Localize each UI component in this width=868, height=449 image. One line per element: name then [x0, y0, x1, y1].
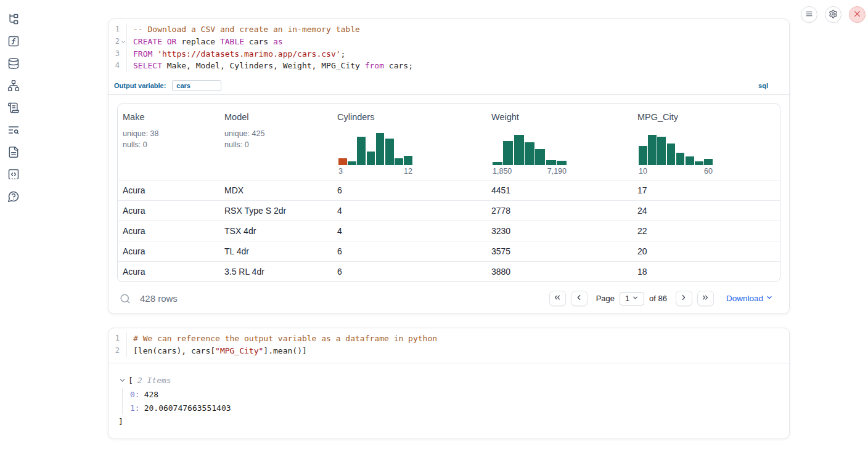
download-label: Download — [726, 294, 763, 303]
table-cell: 18 — [633, 267, 780, 277]
help-panel-button[interactable] — [7, 191, 20, 203]
page-select[interactable]: 1 — [620, 292, 644, 305]
chevron-down-icon — [632, 294, 639, 303]
page-select-value: 1 — [625, 294, 629, 303]
chevron-left-icon — [575, 293, 583, 304]
page-total: of 86 — [649, 294, 667, 303]
output-variable-input[interactable] — [172, 80, 221, 91]
code-text: FROM 'https://datasets.marimo.app/cars.c… — [127, 48, 345, 60]
chevron-right-icon — [679, 293, 688, 304]
items-count-label: 2 Items — [137, 376, 171, 385]
tree-entry-key: 1: — [130, 403, 140, 413]
collapse-chevron-icon[interactable] — [118, 376, 126, 384]
histogram-bar — [667, 144, 676, 165]
column-header-mpg_city[interactable]: MPG_City1060 — [633, 104, 780, 180]
line-number: 1 — [108, 23, 127, 36]
table-cell: 6 — [332, 267, 486, 277]
file-text-panel-button[interactable] — [7, 147, 20, 159]
column-header-model[interactable]: Modelunique: 425nulls: 0 — [219, 104, 332, 180]
table-cell: RSX Type S 2dr — [219, 206, 332, 216]
next-page-button[interactable] — [676, 291, 692, 306]
database-panel-button[interactable] — [7, 58, 20, 70]
column-header-cylinders[interactable]: Cylinders312 — [332, 104, 486, 180]
table-cell: TSX 4dr — [219, 226, 332, 236]
column-title: Weight — [491, 112, 628, 122]
table-footer: 428 rows Page 1 of 86 Download — [117, 289, 780, 306]
scroll-text-panel-button[interactable] — [7, 102, 20, 115]
tree-entry-value: 428 — [144, 390, 158, 399]
sql-output-area: Makeunique: 38nulls: 0Modelunique: 425nu… — [108, 95, 789, 314]
table-cell: Acura — [118, 206, 219, 216]
sql-code-editor[interactable]: 1-- Download a CSV and create an in-memo… — [108, 19, 789, 78]
table-cell: 24 — [633, 206, 780, 216]
line-number: 3 — [108, 48, 127, 60]
search-icon — [120, 297, 131, 306]
histogram-bar — [367, 152, 375, 165]
table-cell: Acura — [118, 267, 219, 277]
column-title: Make — [123, 112, 215, 122]
histogram-bar — [385, 139, 394, 165]
histogram-bar — [376, 133, 385, 165]
table-cell: MDX — [219, 185, 332, 195]
close-button[interactable] — [849, 6, 866, 23]
code-line: 3FROM 'https://datasets.marimo.app/cars.… — [108, 48, 789, 60]
prev-page-button[interactable] — [571, 291, 588, 306]
network-panel-button[interactable] — [7, 80, 20, 92]
output-tree: [ 2 Items 0:4281:20.060747663551403 ] — [108, 363, 789, 436]
line-number: 2 — [108, 345, 127, 357]
tree-entries: 0:4281:20.060747663551403 — [122, 388, 779, 415]
code-line: 2CREATE OR replace TABLE cars as — [108, 36, 789, 48]
column-header-weight[interactable]: Weight1,8507,190 — [486, 104, 633, 180]
function-square-panel-button[interactable] — [7, 36, 20, 48]
table-body: AcuraMDX6445117AcuraRSX Type S 2dr427782… — [118, 180, 780, 281]
first-page-button[interactable] — [549, 291, 566, 306]
settings-icon — [829, 9, 838, 20]
histogram-bar — [686, 156, 694, 165]
tree-entry-key: 0: — [130, 390, 140, 399]
settings-button[interactable] — [825, 6, 841, 23]
code-line: 2[len(cars), cars["MPG_City"].mean()] — [108, 345, 789, 357]
language-badge[interactable]: sql — [758, 82, 768, 89]
page-label: Page — [596, 294, 615, 303]
last-page-button[interactable] — [697, 291, 714, 306]
table-cell: Acura — [118, 226, 219, 236]
python-cell: 1# We can reference the output variable … — [108, 328, 790, 439]
table-cell: Acura — [118, 185, 219, 195]
chevron-down-icon — [766, 294, 773, 303]
help-icon — [7, 190, 20, 204]
code-line: 4SELECT Make, Model, Cylinders, Weight, … — [108, 60, 789, 72]
table-cell: 4 — [332, 206, 486, 216]
tree-entry: 1:20.060747663551403 — [130, 402, 779, 415]
line-number: 4 — [108, 60, 127, 72]
text-search-panel-button[interactable] — [7, 124, 20, 137]
histogram-bar — [648, 135, 657, 165]
menu-button[interactable] — [801, 6, 817, 23]
table-cell: 17 — [633, 185, 780, 195]
histogram-bar — [348, 161, 356, 165]
histogram-axis: 1060 — [639, 167, 713, 176]
column-header-make[interactable]: Makeunique: 38nulls: 0 — [118, 104, 219, 180]
code-text: # We can reference the output variable a… — [127, 333, 437, 345]
output-variable-label: Output variable: — [114, 82, 166, 89]
column-title: MPG_City — [637, 112, 775, 122]
row-count: 428 rows — [140, 293, 178, 304]
column-title: Cylinders — [337, 112, 481, 122]
snippets-panel-button[interactable] — [7, 169, 20, 181]
network-icon — [7, 79, 20, 94]
download-button[interactable]: Download — [726, 294, 773, 303]
tree-entry-value: 20.060747663551403 — [144, 403, 231, 413]
code-line: 1# We can reference the output variable … — [108, 333, 789, 345]
table-row: AcuraTL 4dr6357520 — [118, 241, 780, 261]
table-row: Acura3.5 RL 4dr6388018 — [118, 261, 780, 281]
menu-icon — [805, 9, 814, 20]
function-square-icon — [7, 35, 20, 49]
table-cell: 6 — [332, 246, 486, 256]
table-cell: 3230 — [486, 226, 633, 236]
fold-chevron-icon[interactable] — [120, 39, 126, 45]
file-tree-panel-button[interactable] — [7, 14, 20, 26]
histogram-bar — [503, 141, 513, 165]
search-button[interactable] — [120, 293, 131, 304]
python-code-editor[interactable]: 1# We can reference the output variable … — [108, 328, 789, 363]
histogram-bar — [357, 137, 366, 165]
line-number: 1 — [108, 333, 127, 345]
